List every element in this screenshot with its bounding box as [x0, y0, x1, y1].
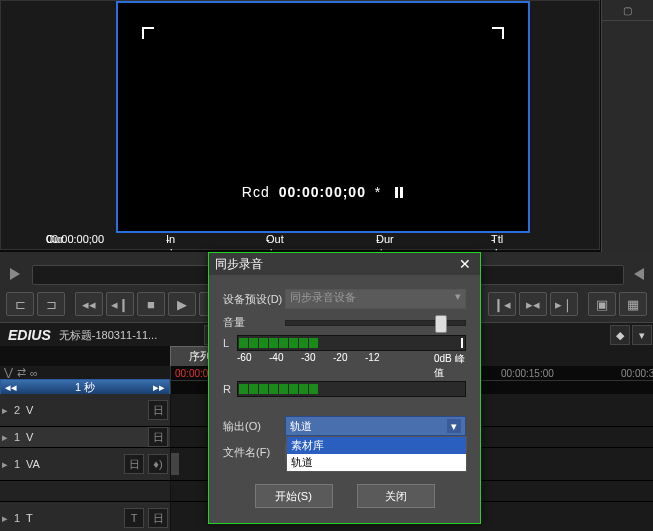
clip-stub[interactable] — [171, 453, 179, 475]
goto-out-button[interactable]: ▸❘ — [550, 292, 578, 316]
track-header[interactable]: ▸ 1 V 日 — [0, 427, 171, 447]
prev-edit-button[interactable]: ❙◂ — [488, 292, 516, 316]
chevron-down-icon: ▾ — [455, 290, 461, 303]
dialog-titlebar[interactable]: 同步录音 ✕ — [209, 253, 480, 275]
goto-in-button[interactable]: ▸◂ — [519, 292, 547, 316]
db-tick: -60 — [237, 352, 269, 380]
meter-bar-right — [237, 381, 466, 397]
preview-panel: Rcd 00:00:00;00 * Cur 00:00:00;00 In --:… — [0, 0, 600, 250]
mark-out-icon[interactable] — [630, 268, 646, 282]
transport-buttons-right: ❙◂ ▸◂ ▸❘ ▣ ▦ — [488, 292, 647, 316]
rcd-time: 00:00:00;00 — [279, 184, 366, 200]
device-select[interactable]: 同步录音设备 ▾ — [285, 289, 466, 309]
cur-time: 00:00:00;00 — [46, 233, 104, 245]
project-title: 无标题-180311-11... — [59, 328, 203, 343]
ruler-tick: 00:00:15:00 — [501, 368, 554, 379]
audio-toggle-icon[interactable]: ♦) — [148, 454, 168, 474]
overwrite-button[interactable]: ▣ — [588, 292, 616, 316]
track-num: 1 — [10, 431, 24, 443]
track-header[interactable]: ▸ 1 VA 日 ♦) — [0, 448, 171, 480]
track-name: V — [24, 404, 146, 416]
safe-area-corner — [142, 27, 154, 39]
close-icon[interactable]: ✕ — [456, 255, 474, 273]
dropdown-option[interactable]: 轨道 — [287, 454, 466, 471]
right-cell[interactable]: ▢ — [602, 0, 653, 21]
video-toggle-icon[interactable]: 日 — [148, 508, 168, 528]
channel-label: R — [223, 383, 237, 395]
tool-button[interactable]: ▾ — [632, 325, 652, 345]
peak-marker — [461, 338, 463, 348]
insert-button[interactable]: ▦ — [619, 292, 647, 316]
device-label: 设备预设(D) — [223, 292, 285, 307]
track-num: 1 — [10, 512, 24, 524]
expand-icon[interactable]: ▸ — [0, 431, 10, 444]
play-button[interactable]: ▶ — [168, 292, 196, 316]
db-tick: -40 — [269, 352, 301, 380]
device-value: 同步录音设备 — [290, 291, 356, 303]
db-tick: -20 — [333, 352, 365, 380]
track-header[interactable]: ▸ 2 V 日 — [0, 394, 171, 426]
track-num: 1 — [10, 458, 24, 470]
db-tick: -12 — [365, 352, 397, 380]
rcd-label: Rcd — [242, 184, 270, 200]
dialog-title: 同步录音 — [215, 256, 263, 273]
dropdown-option[interactable]: 素材库 — [287, 437, 466, 454]
volume-label: 音量 — [223, 315, 285, 330]
track-header[interactable]: ▸ 1 T T 日 — [0, 502, 171, 531]
scale-left-icon[interactable]: ◂◂ — [5, 381, 17, 394]
safe-area-corner — [492, 27, 504, 39]
stop-button[interactable]: ■ — [137, 292, 165, 316]
scale-right-icon[interactable]: ▸▸ — [153, 381, 165, 394]
track-name: VA — [24, 458, 122, 470]
meter-left: L — [223, 336, 466, 350]
rcd-asterisk: * — [375, 184, 381, 200]
mark-in-icon[interactable] — [10, 268, 26, 282]
track-toggle-v[interactable]: ⋁ — [4, 366, 13, 379]
rewind-button[interactable]: ◂◂ — [75, 292, 103, 316]
title-toggle-icon[interactable]: T — [124, 508, 144, 528]
meter-bar-left — [237, 335, 466, 351]
channel-label: L — [223, 337, 237, 349]
db-tick: -30 — [301, 352, 333, 380]
volume-slider[interactable] — [285, 320, 466, 326]
video-toggle-icon[interactable]: 日 — [148, 427, 168, 447]
link-icon[interactable]: ⇄ — [17, 366, 26, 379]
track-name: T — [24, 512, 122, 524]
filename-label: 文件名(F) — [223, 445, 285, 460]
expand-icon[interactable]: ▸ — [0, 458, 10, 471]
chevron-down-icon: ▾ — [447, 419, 461, 433]
output-dropdown: 素材库 轨道 — [286, 436, 467, 472]
db-end-label: 0dB 峰值 — [434, 352, 466, 380]
scale-value: 1 秒 — [75, 380, 95, 395]
svg-marker-1 — [634, 268, 644, 280]
track-num: 2 — [10, 404, 24, 416]
output-select[interactable]: 轨道 ▾ 素材库 轨道 — [285, 416, 466, 436]
video-toggle-icon[interactable]: 日 — [124, 454, 144, 474]
slider-thumb[interactable] — [435, 315, 447, 333]
timeline-scale[interactable]: ◂◂ 1 秒 ▸▸ — [0, 379, 170, 395]
close-button[interactable]: 关闭 — [357, 484, 435, 508]
infinity-icon[interactable]: ∞ — [30, 367, 38, 379]
output-value: 轨道 — [290, 419, 312, 434]
start-button[interactable]: 开始(S) — [255, 484, 333, 508]
app-brand: EDIUS — [0, 327, 59, 343]
set-out-button[interactable]: ⊐ — [37, 292, 65, 316]
marker-button[interactable]: ◆ — [610, 325, 630, 345]
set-in-button[interactable]: ⊏ — [6, 292, 34, 316]
db-scale: -60 -40 -30 -20 -12 0dB 峰值 — [223, 352, 466, 380]
record-timecode: Rcd 00:00:00;00 * — [118, 184, 528, 201]
pause-icon — [394, 185, 404, 201]
timecode-row: Cur 00:00:00;00 In --:--:--;-- Out --:--… — [1, 233, 599, 249]
ruler-tick: 00:00:30 — [621, 368, 653, 379]
video-toggle-icon[interactable]: 日 — [148, 400, 168, 420]
meter-right: R — [223, 382, 466, 396]
svg-marker-0 — [10, 268, 20, 280]
expand-icon[interactable]: ▸ — [0, 512, 10, 525]
output-label: 输出(O) — [223, 419, 285, 434]
step-back-button[interactable]: ◂❙ — [106, 292, 134, 316]
track-name: V — [24, 431, 146, 443]
voiceover-dialog: 同步录音 ✕ 设备预设(D) 同步录音设备 ▾ 音量 L -60 -40 -30… — [208, 252, 481, 524]
expand-icon[interactable]: ▸ — [0, 404, 10, 417]
preview-video: Rcd 00:00:00;00 * — [116, 1, 530, 233]
